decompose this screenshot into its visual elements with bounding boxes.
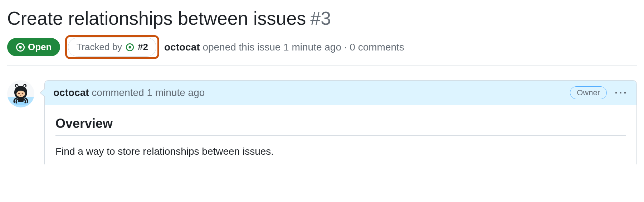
- state-label: Open: [28, 42, 52, 53]
- octocat-icon: [9, 82, 32, 105]
- byline-separator: ·: [344, 42, 347, 53]
- comment-body-text: Find a way to store relationships betwee…: [55, 146, 626, 157]
- owner-badge: Owner: [570, 86, 607, 99]
- comment-action-text: commented 1 minute ago: [92, 87, 205, 98]
- opened-text: opened this issue 1 minute ago: [203, 42, 341, 53]
- tracked-by-label: Tracked by: [76, 42, 122, 53]
- tracked-by-reference: #2: [138, 42, 148, 53]
- kebab-menu-icon[interactable]: ···: [615, 87, 628, 98]
- tracked-by-highlight: Tracked by #2: [65, 35, 159, 59]
- issue-byline: octocat opened this issue 1 minute ago ·…: [164, 42, 404, 53]
- issue-title: Create relationships between issues: [7, 7, 306, 29]
- svg-point-5: [16, 91, 25, 97]
- issue-open-icon: [126, 43, 134, 52]
- issue-meta-row: Open Tracked by #2 octocat opened this i…: [7, 35, 637, 59]
- comment: octocat commented 1 minute ago Owner ···…: [44, 80, 637, 164]
- comment-actions: Owner ···: [570, 86, 628, 99]
- comment-header: octocat commented 1 minute ago Owner ···: [45, 81, 636, 105]
- comment-body: Overview Find a way to store relationshi…: [45, 105, 636, 164]
- issue-title-row: Create relationships between issues #3: [7, 7, 637, 29]
- timeline: octocat commented 1 minute ago Owner ···…: [7, 80, 637, 164]
- comment-author-link[interactable]: octocat: [53, 87, 89, 98]
- svg-point-6: [18, 93, 20, 95]
- avatar[interactable]: [7, 80, 34, 107]
- comments-count: 0 comments: [350, 42, 404, 53]
- comment-body-heading: Overview: [55, 116, 626, 136]
- state-badge-open: Open: [7, 38, 60, 56]
- issue-header: Create relationships between issues #3 O…: [7, 7, 637, 59]
- svg-point-3: [129, 46, 131, 48]
- svg-point-1: [19, 46, 21, 48]
- svg-point-8: [20, 95, 21, 96]
- issue-number: #3: [310, 8, 331, 29]
- author-link[interactable]: octocat: [164, 42, 200, 53]
- svg-point-7: [22, 93, 24, 95]
- issue-open-icon: [16, 43, 25, 52]
- comment-meta: octocat commented 1 minute ago: [53, 87, 205, 98]
- header-divider: [7, 66, 637, 66]
- tracked-by-pill[interactable]: Tracked by #2: [68, 38, 156, 57]
